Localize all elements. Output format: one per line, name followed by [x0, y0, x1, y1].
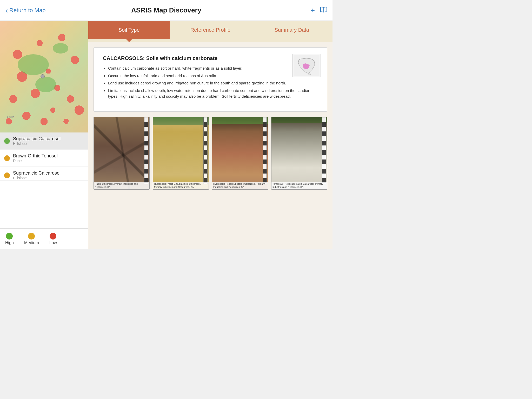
info-bullets: Contain calcium carbonate as soft or har…	[103, 65, 318, 99]
left-panel: Lake Supracalcic Calcarosol Hillslope Br…	[0, 21, 88, 249]
photo-scale-2	[203, 117, 208, 184]
soil-name: Supracalcic Calcarosol	[13, 170, 61, 176]
soil-photo-4: Temperate, Petrosupercalcic Calcarosol, …	[271, 117, 327, 190]
photo-label-1: Haplic Calcarosol, Primary Industries an…	[94, 182, 149, 189]
high-label: High	[5, 241, 14, 245]
legend-high: High	[5, 233, 14, 245]
add-icon[interactable]: +	[311, 6, 315, 15]
soil-sub: Hillslope	[13, 176, 61, 180]
content-area: CALCAROSOLS: Soils with calcium carbonat…	[88, 42, 332, 249]
tab-summary-data[interactable]: Summary Data	[251, 21, 332, 39]
app-title: ASRIS Map Discovery	[131, 6, 201, 14]
main-layout: Lake Supracalcic Calcarosol Hillslope Br…	[0, 21, 332, 249]
return-to-map-button[interactable]: Return to Map	[5, 6, 45, 14]
svg-point-2	[308, 73, 311, 75]
soil-sub: Dune	[13, 159, 58, 163]
tab-reference-profile-label: Reference Profile	[190, 27, 231, 33]
bullet-3: Land use includes cereal growing and irr…	[108, 80, 318, 86]
tab-summary-data-label: Summary Data	[275, 27, 309, 33]
photo-label-3: Hydropedic Pedal Hypocalcic Calcarosol, …	[212, 182, 268, 189]
low-dot	[50, 233, 56, 240]
app-header: Return to Map ASRIS Map Discovery +	[0, 0, 332, 21]
tabs-bar: Soil Type Reference Profile Summary Data	[88, 21, 332, 39]
soil-photo-3: Hydropedic Pedal Hypocalcic Calcarosol, …	[212, 117, 268, 190]
return-label: Return to Map	[9, 7, 45, 14]
list-item[interactable]: Brown-Orthic Tenosol Dune	[0, 150, 88, 167]
soil-dot	[4, 155, 10, 161]
bullet-1: Contain calcium carbonate as soft or har…	[108, 65, 318, 71]
legend: High Medium Low	[0, 228, 88, 249]
list-item[interactable]: Supracalcic Calcarosol Hillslope	[0, 167, 88, 180]
photo-label-4: Temperate, Petrosupercalcic Calcarosol, …	[271, 182, 327, 189]
soil-photo-1: Haplic Calcarosol, Primary Industries an…	[94, 117, 150, 190]
photo-label-2: Hydropedic Fragic L. Supracalcic Calcaro…	[153, 182, 209, 189]
right-panel: Soil Type Reference Profile Summary Data	[88, 21, 332, 249]
medium-dot	[28, 233, 35, 240]
soil-dot	[4, 138, 10, 144]
soil-photo-2: Hydropedic Fragic L. Supracalcic Calcaro…	[153, 117, 209, 190]
photo-scale-3	[263, 117, 267, 184]
soil-dot	[4, 172, 10, 178]
list-item[interactable]: Supracalcic Calcarosol Hillslope	[0, 132, 88, 150]
tab-reference-profile[interactable]: Reference Profile	[170, 21, 251, 39]
tab-soil-type[interactable]: Soil Type	[88, 21, 170, 39]
map-area[interactable]: Lake	[0, 21, 88, 132]
soil-sub: Hillslope	[13, 142, 61, 146]
photo-scale-1	[144, 117, 148, 184]
australia-map-thumbnail	[292, 54, 321, 77]
photo-scale-4	[322, 117, 326, 184]
high-dot	[6, 233, 13, 240]
photo-row: Haplic Calcarosol, Primary Industries an…	[94, 117, 327, 190]
book-icon[interactable]	[320, 6, 327, 14]
soil-name: Brown-Orthic Tenosol	[13, 153, 58, 159]
header-icons: +	[311, 6, 327, 15]
tab-soil-type-label: Soil Type	[118, 27, 140, 33]
low-label: Low	[49, 241, 57, 245]
info-card: CALCAROSOLS: Soils with calcium carbonat…	[94, 47, 327, 112]
soil-list: Supracalcic Calcarosol Hillslope Brown-O…	[0, 132, 88, 180]
info-title: CALCAROSOLS: Soils with calcium carbonat…	[103, 55, 318, 61]
map-lake-label: Lake	[7, 115, 14, 119]
bullet-4: Limitations include shallow depth, low w…	[108, 88, 318, 99]
legend-medium: Medium	[24, 233, 39, 245]
legend-low: Low	[49, 233, 57, 245]
bullet-2: Occur in the low rainfall, arid and semi…	[108, 73, 318, 79]
soil-name: Supracalcic Calcarosol	[13, 136, 61, 142]
medium-label: Medium	[24, 241, 39, 245]
